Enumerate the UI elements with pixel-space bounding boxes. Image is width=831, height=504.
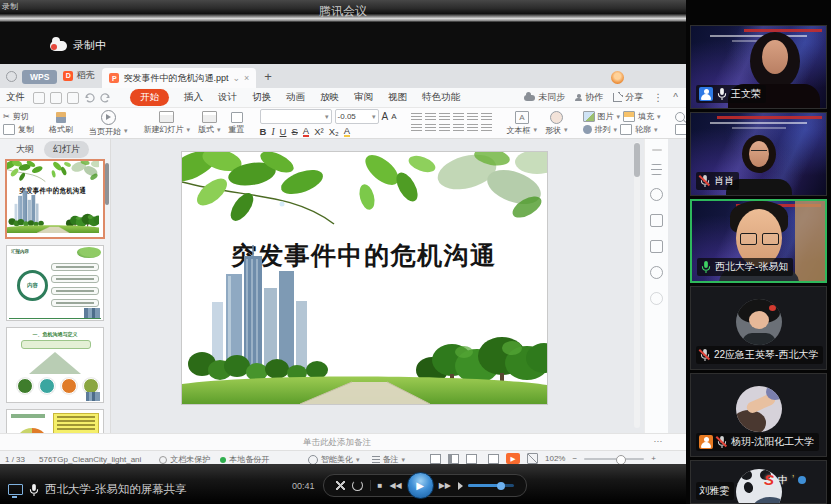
toolbar-handle[interactable] bbox=[652, 149, 662, 151]
document-tab[interactable]: P 突发事件中的危机沟通.ppt ⌄ × bbox=[102, 68, 256, 88]
indent-increase-icon[interactable] bbox=[453, 113, 464, 122]
textbox-button[interactable]: A 文本框 ▾ bbox=[503, 108, 542, 138]
indent-decrease-icon[interactable] bbox=[439, 113, 450, 122]
new-slide-button[interactable]: 新建幻灯片 ▾ bbox=[140, 108, 195, 138]
align-left-icon[interactable] bbox=[411, 124, 422, 133]
help-icon[interactable] bbox=[650, 292, 663, 305]
font-family-combo[interactable]: ▾ bbox=[260, 109, 332, 124]
print-icon[interactable] bbox=[50, 92, 62, 104]
stop-button[interactable]: ■ bbox=[378, 481, 383, 490]
strikethrough-button[interactable]: S bbox=[291, 126, 297, 137]
play-from-current-button[interactable]: 当页开始 ▾ bbox=[85, 108, 132, 138]
redo-icon[interactable] bbox=[100, 92, 111, 103]
slides-tab[interactable]: 幻灯片 bbox=[44, 141, 89, 158]
outline-tab[interactable]: 大纲 bbox=[16, 143, 34, 156]
cut-button[interactable]: ✂ 剪切 bbox=[3, 111, 34, 122]
image-panel-icon[interactable] bbox=[650, 240, 663, 253]
zoom-slider-knob[interactable] bbox=[616, 455, 626, 465]
italic-button[interactable]: I bbox=[271, 127, 274, 137]
save-icon[interactable] bbox=[33, 92, 45, 104]
tab-slideshow[interactable]: 放映 bbox=[320, 91, 339, 104]
align-justify-icon[interactable] bbox=[453, 124, 464, 133]
tab-insert[interactable]: 插入 bbox=[184, 91, 203, 104]
sorter-view-icon[interactable] bbox=[448, 454, 459, 464]
bold-button[interactable]: B bbox=[260, 126, 267, 137]
tab-transition[interactable]: 切换 bbox=[252, 91, 271, 104]
ime-mode-cn[interactable]: 中 bbox=[778, 473, 788, 487]
volume-icon[interactable] bbox=[458, 482, 463, 490]
superscript-button[interactable]: X² bbox=[314, 126, 324, 137]
participant-tile[interactable]: 王文荣 bbox=[690, 25, 827, 109]
docer-button[interactable]: D 稻壳 bbox=[63, 69, 94, 82]
participant-tile[interactable]: 肖肖 bbox=[690, 112, 827, 196]
share-button[interactable]: 分享 bbox=[613, 91, 643, 104]
grow-font-button[interactable]: A bbox=[382, 111, 389, 122]
play-settings-icon[interactable] bbox=[488, 454, 499, 464]
rewind-button[interactable]: ◀◀ bbox=[389, 481, 401, 490]
ime-bar[interactable]: S 中 ’ bbox=[764, 471, 806, 488]
participant-tile[interactable]: 刘雅雯 bbox=[690, 460, 827, 504]
participant-tile[interactable]: 杨玥-沈阳化工大学 bbox=[690, 373, 827, 457]
slide-thumbnail-2[interactable]: 汇报内容 内容 bbox=[6, 245, 104, 321]
collaborate-button[interactable]: 协作 bbox=[575, 91, 603, 104]
reading-view-icon[interactable] bbox=[466, 454, 477, 464]
normal-view-icon[interactable] bbox=[430, 454, 441, 464]
subscript-button[interactable]: X₂ bbox=[329, 126, 339, 137]
wps-home-button[interactable]: WPS bbox=[22, 70, 57, 84]
play-button[interactable]: ▶ bbox=[407, 472, 434, 499]
beautify-star-icon[interactable] bbox=[650, 188, 663, 201]
outline-button[interactable]: 轮廓 ▾ bbox=[620, 124, 658, 135]
canvas-scrollbar-thumb[interactable] bbox=[634, 143, 640, 177]
ime-menu-icon[interactable] bbox=[798, 476, 806, 484]
format-painter-button[interactable]: 格式刷 bbox=[45, 108, 77, 138]
tab-features[interactable]: 特色功能 bbox=[422, 91, 460, 104]
collapse-ribbon-icon[interactable]: ^ bbox=[673, 92, 678, 103]
align-right-icon[interactable] bbox=[439, 124, 450, 133]
app-menu-icon[interactable] bbox=[6, 71, 17, 82]
bullet-list-icon[interactable] bbox=[411, 113, 422, 122]
export-icon[interactable] bbox=[67, 92, 79, 104]
slide-thumbnail-3[interactable]: 一、危机沟通与定义 bbox=[6, 327, 104, 403]
number-list-icon[interactable] bbox=[425, 113, 436, 122]
history-clock-icon[interactable] bbox=[650, 266, 663, 279]
zoom-out-button[interactable]: − bbox=[572, 454, 577, 463]
layout-panel-icon[interactable] bbox=[650, 214, 663, 227]
tab-review[interactable]: 审阅 bbox=[354, 91, 373, 104]
properties-sliders-icon[interactable] bbox=[651, 164, 662, 175]
align-center-icon[interactable] bbox=[425, 124, 436, 133]
copy-button[interactable]: 复制 bbox=[3, 124, 34, 135]
tab-close-icon[interactable]: × bbox=[244, 73, 249, 83]
file-menu[interactable]: 文件 bbox=[6, 91, 25, 104]
reset-button[interactable]: 重置 bbox=[225, 108, 249, 138]
shrink-font-button[interactable]: A bbox=[391, 112, 396, 121]
zoom-slider[interactable] bbox=[584, 458, 644, 460]
canvas-scrollbar-track[interactable] bbox=[634, 142, 640, 428]
forward-button[interactable]: ▶▶ bbox=[439, 481, 451, 490]
sync-status[interactable]: 未同步 bbox=[524, 91, 565, 104]
font-size-combo[interactable]: -0.05 ▾ bbox=[335, 109, 379, 124]
notes-bar[interactable]: 单击此处添加备注 ⋯ bbox=[0, 433, 686, 450]
participant-tile-speaking[interactable]: 西北大学-张易知 bbox=[690, 199, 827, 283]
fit-window-icon[interactable] bbox=[527, 453, 538, 464]
slide-thumbnail-1[interactable] bbox=[5, 159, 105, 239]
zoom-in-button[interactable]: + bbox=[651, 454, 656, 463]
shape-button[interactable]: 形状 ▾ bbox=[541, 108, 572, 138]
slideshow-play-button[interactable]: ▶ bbox=[506, 453, 520, 464]
highlight-button[interactable]: A bbox=[344, 126, 350, 137]
line-spacing-icon[interactable] bbox=[467, 113, 478, 122]
notes-placeholder[interactable]: 单击此处添加备注 bbox=[303, 437, 371, 449]
tab-options-icon[interactable]: ⌄ bbox=[232, 73, 240, 83]
ime-punct[interactable]: ’ bbox=[792, 474, 794, 485]
text-direction-icon[interactable] bbox=[481, 113, 492, 122]
volume-slider[interactable] bbox=[468, 484, 514, 487]
current-slide[interactable]: 突发事件中的危机沟通 bbox=[182, 152, 547, 404]
undo-icon[interactable] bbox=[84, 92, 95, 103]
fill-button[interactable]: 填充 ▾ bbox=[623, 111, 661, 122]
participant-tile[interactable]: 22应急王英琴-西北大学 bbox=[690, 286, 827, 370]
account-avatar[interactable] bbox=[611, 71, 624, 84]
more-menu-icon[interactable]: ⋮ bbox=[653, 92, 663, 103]
underline-button[interactable]: U bbox=[280, 126, 287, 137]
repeat-icon[interactable] bbox=[352, 480, 363, 491]
panel-scrollbar[interactable] bbox=[105, 163, 109, 205]
columns-icon[interactable] bbox=[481, 124, 492, 133]
